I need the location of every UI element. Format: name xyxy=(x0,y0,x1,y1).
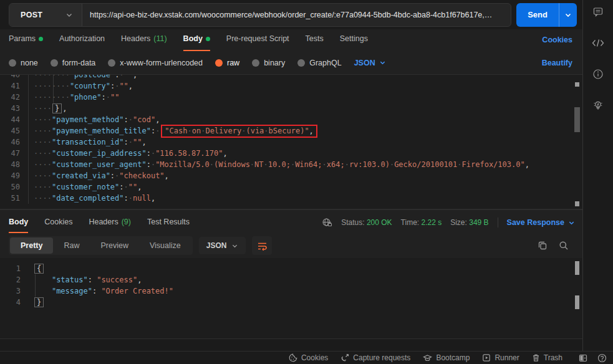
tab-params[interactable]: Params xyxy=(9,34,43,51)
line-number: 50 xyxy=(0,181,29,193)
footer-status-bar: Cookies Capture requests Bootcamp Runner xyxy=(0,351,613,364)
tab-label: Cookies xyxy=(44,218,72,226)
tab-label: Authorization xyxy=(59,34,105,43)
chevron-down-icon xyxy=(568,219,575,226)
footer-bootcamp-button[interactable]: Bootcamp xyxy=(423,353,470,362)
code-line: 49····"created_via":·"checkout", xyxy=(0,170,582,181)
help-icon[interactable] xyxy=(597,353,607,363)
view-visualize[interactable]: Visualize xyxy=(139,237,191,254)
body-mode-graphql[interactable]: GraphQL xyxy=(297,59,341,67)
body-mode-raw[interactable]: raw xyxy=(215,59,239,67)
body-mode-form-data[interactable]: form-data xyxy=(51,59,96,67)
response-language-dropdown[interactable]: JSON xyxy=(199,237,246,254)
response-language-label: JSON xyxy=(206,241,227,250)
scrollbar-thumb[interactable] xyxy=(575,261,579,275)
save-response-label: Save Response xyxy=(507,218,564,227)
code-line: 46····"transaction_id":·"", xyxy=(0,136,582,148)
lightbulb-hint-icon[interactable] xyxy=(592,99,604,112)
code-snippet-icon[interactable] xyxy=(592,37,604,49)
response-tabs: BodyCookiesHeaders(9)Test Results Status… xyxy=(0,209,582,233)
radio-icon xyxy=(108,59,115,67)
footer-capture-requests-button[interactable]: Capture requests xyxy=(340,353,410,362)
size-field: Size: 349 B xyxy=(450,218,488,227)
comments-icon[interactable] xyxy=(592,6,604,18)
tab-tests[interactable]: Tests xyxy=(306,34,324,51)
code-line: 2 "status": "success", xyxy=(0,274,582,285)
panel-layout-icon[interactable] xyxy=(579,354,587,362)
footer-trash-button[interactable]: Trash xyxy=(532,353,562,362)
tab-test-results[interactable]: Test Results xyxy=(147,218,190,233)
tab-label: Test Results xyxy=(147,218,190,226)
tab-label: Headers xyxy=(89,218,118,226)
footer-item-label: Trash xyxy=(544,353,562,362)
indent-guide xyxy=(53,80,54,92)
method-label: POST xyxy=(21,11,42,19)
url-input[interactable]: https://api-oe-biz-dev.xstak.com/woocomm… xyxy=(82,11,511,19)
footer-right-icons xyxy=(579,353,607,363)
response-editor-scrollbar[interactable] xyxy=(574,258,580,338)
tab-authorization[interactable]: Authorization xyxy=(59,34,105,51)
tab-body[interactable]: Body xyxy=(9,218,28,233)
body-mode-none[interactable]: none xyxy=(9,59,38,67)
send-button-label[interactable]: Send xyxy=(516,3,559,27)
line-number: 4 xyxy=(0,297,29,308)
footer-item-label: Bootcamp xyxy=(436,353,470,362)
info-icon[interactable] xyxy=(592,68,604,80)
save-response-button[interactable]: Save Response xyxy=(507,218,575,227)
response-view-switcher: PrettyRawPreviewVisualize xyxy=(9,236,193,255)
response-actions xyxy=(538,241,574,251)
line-number: 1 xyxy=(0,263,29,274)
trash-icon xyxy=(532,353,540,362)
body-mode-x-www-form-urlencoded[interactable]: x-www-form-urlencoded xyxy=(108,59,203,67)
tab-pre-request-script[interactable]: Pre-request Script xyxy=(226,34,289,51)
indent-guide xyxy=(35,285,36,297)
line-number: 42 xyxy=(0,92,29,103)
tab-headers[interactable]: Headers(9) xyxy=(89,218,131,233)
code-line: 42········"phone":·"" xyxy=(0,92,582,103)
radio-icon xyxy=(51,59,58,67)
request-bar: POST https://api-oe-biz-dev.xstak.com/wo… xyxy=(0,0,582,29)
view-raw[interactable]: Raw xyxy=(53,237,90,254)
response-body-editor[interactable]: 1{2 "status": "success",3 "message": "Or… xyxy=(0,258,582,339)
send-button[interactable]: Send xyxy=(516,3,577,27)
code-line: 50····"customer_note":·"", xyxy=(0,181,582,193)
beautify-link[interactable]: Beautify xyxy=(542,59,572,67)
view-preview[interactable]: Preview xyxy=(90,237,138,254)
cookies-link[interactable]: Cookies xyxy=(542,36,572,51)
method-dropdown[interactable]: POST xyxy=(9,4,82,26)
code-line: 51····"date_completed":·null, xyxy=(0,193,582,204)
copy-icon[interactable] xyxy=(538,241,548,251)
request-body-editor[interactable]: 40········"postcode":·"",41········"coun… xyxy=(0,74,582,209)
view-pretty[interactable]: Pretty xyxy=(10,237,53,254)
tab-label: Settings xyxy=(340,34,368,43)
tab-settings[interactable]: Settings xyxy=(340,34,368,51)
right-sidebar xyxy=(582,0,613,351)
unsaved-dot xyxy=(39,37,43,41)
scroll-marker xyxy=(575,82,579,87)
scrollbar-thumb[interactable] xyxy=(574,107,580,132)
request-tabs: ParamsAuthorizationHeaders(11)BodyPre-re… xyxy=(0,29,582,51)
body-mode-binary[interactable]: binary xyxy=(252,59,285,67)
send-options-caret[interactable] xyxy=(559,3,577,27)
time-value: 2.22 s xyxy=(421,218,442,227)
tab-body[interactable]: Body xyxy=(183,34,210,51)
footer-runner-button[interactable]: Runner xyxy=(482,353,519,362)
line-number: 41 xyxy=(0,80,29,92)
body-language-dropdown[interactable]: JSON xyxy=(354,59,386,67)
code-line: 1{ xyxy=(0,263,582,274)
chevron-down-icon xyxy=(65,11,73,19)
wrap-text-button[interactable] xyxy=(252,236,272,255)
tab-headers[interactable]: Headers(11) xyxy=(121,34,167,51)
footer-cookies-button[interactable]: Cookies xyxy=(289,353,328,362)
request-editor-scrollbar[interactable] xyxy=(574,75,580,209)
search-icon[interactable] xyxy=(559,241,569,251)
main-column: POST https://api-oe-biz-dev.xstak.com/wo… xyxy=(0,0,582,351)
line-number: 45 xyxy=(0,125,29,136)
cookie-icon xyxy=(289,353,297,362)
tab-cookies[interactable]: Cookies xyxy=(44,218,72,233)
line-number: 47 xyxy=(0,148,29,159)
tab-count: (11) xyxy=(153,34,167,43)
response-toolbar: PrettyRawPreviewVisualize JSON xyxy=(0,233,582,258)
tab-label: Body xyxy=(183,34,203,43)
body-mode-label: raw xyxy=(227,59,239,67)
